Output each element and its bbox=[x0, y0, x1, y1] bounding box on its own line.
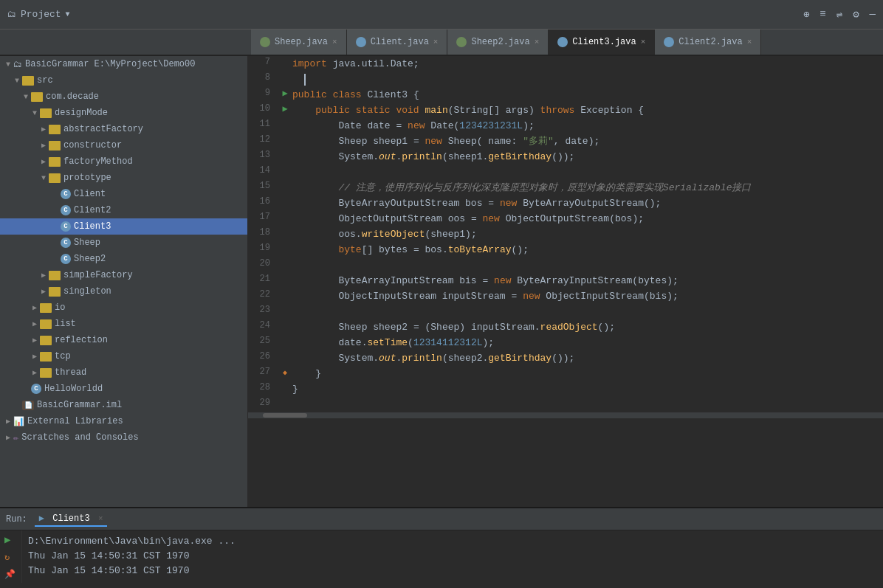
folder-icon-simpleFactory bbox=[49, 271, 61, 280]
folder-icon-prototype bbox=[49, 173, 61, 183]
run-button[interactable]: ▶ bbox=[4, 533, 17, 546]
sidebar-item-Client2[interactable]: C Client2 bbox=[0, 202, 247, 218]
layout-icon[interactable]: ⊕ bbox=[803, 8, 809, 21]
gutter-7 bbox=[278, 56, 292, 72]
tab-close-client3[interactable]: × bbox=[641, 38, 646, 46]
gutter-20 bbox=[278, 257, 292, 273]
tab-client-java[interactable]: Client.java × bbox=[347, 30, 448, 55]
sidebar-label-Sheep: Sheep bbox=[74, 238, 100, 248]
sidebar-item-list[interactable]: ▶ list bbox=[0, 316, 247, 332]
sidebar-label-simpleFactory: simpleFactory bbox=[63, 270, 133, 280]
code-line-20: 20 bbox=[248, 257, 883, 273]
bottom-tab-client3-close[interactable]: × bbox=[98, 514, 103, 523]
code-line-13: 13 System.out.println(sheep1.getBirthday… bbox=[248, 149, 883, 165]
bottom-tab-bar: Run: ▶ Client3 × bbox=[0, 508, 883, 530]
sidebar-item-prototype[interactable]: ▼ prototype bbox=[0, 170, 247, 186]
settings-icon[interactable]: ⚙ bbox=[853, 8, 859, 21]
sidebar-item-Sheep2[interactable]: C Sheep2 bbox=[0, 251, 247, 267]
project-label[interactable]: 🗂 Project ▼ bbox=[7, 9, 70, 20]
code-line-7: 7 import java.util.Date; bbox=[248, 56, 883, 72]
pin-button[interactable]: 📌 bbox=[4, 569, 17, 580]
code-line-19: 19 byte[] bytes = bos.toByteArray(); bbox=[248, 242, 883, 257]
main-layout: ▼ 🗂 BasicGrammar E:\MyProject\Demo00 ▼ s… bbox=[0, 56, 883, 507]
sidebar-item-src[interactable]: ▼ src bbox=[0, 72, 247, 89]
bottom-tab-client3[interactable]: ▶ Client3 × bbox=[35, 511, 108, 527]
sidebar-item-tcp[interactable]: ▶ tcp bbox=[0, 348, 247, 364]
folder-icon-abstractFactory bbox=[49, 125, 61, 134]
tab-sheep2-java[interactable]: Sheep2.java × bbox=[447, 30, 549, 55]
code-content: 7 import java.util.Date; 8 9 ▶ public cl… bbox=[248, 56, 883, 412]
line-content-10: public static void main(String[] args) t… bbox=[292, 103, 883, 118]
sidebar-item-reflection[interactable]: ▶ reflection bbox=[0, 332, 247, 348]
folder-icon-reflection bbox=[40, 336, 52, 345]
tab-label-sheep: Sheep.java bbox=[275, 37, 328, 47]
code-line-11: 11 Date date = new Date(1234231231L); bbox=[248, 118, 883, 134]
sidebar-item-Sheep[interactable]: C Sheep bbox=[0, 235, 247, 251]
tab-close-sheep[interactable]: × bbox=[332, 38, 337, 46]
line-num-16: 16 bbox=[248, 196, 278, 211]
run-label: Run: bbox=[6, 514, 27, 525]
sidebar-item-HelloWorldd[interactable]: C HelloWorldd bbox=[0, 381, 247, 397]
sidebar-item-simpleFactory[interactable]: ▶ simpleFactory bbox=[0, 267, 247, 283]
tab-close-client2[interactable]: × bbox=[747, 38, 752, 46]
minimize-icon[interactable]: — bbox=[870, 8, 876, 21]
sidebar-label-singleton: singleton bbox=[63, 286, 111, 297]
sidebar-item-thread[interactable]: ▶ thread bbox=[0, 364, 247, 381]
line-num-21: 21 bbox=[248, 273, 278, 288]
project-dropdown-icon[interactable]: ▼ bbox=[66, 10, 70, 18]
line-num-24: 24 bbox=[248, 319, 278, 335]
code-line-15: 15 // 注意，使用序列化与反序列化深克隆原型对象时，原型对象的类需要实现Se… bbox=[248, 180, 883, 196]
gutter-17 bbox=[278, 211, 292, 226]
sidebar-item-singleton[interactable]: ▶ singleton bbox=[0, 283, 247, 300]
arrow-factoryMethod: ▶ bbox=[38, 157, 49, 166]
line-num-7: 7 bbox=[248, 56, 278, 72]
arrow-src: ▼ bbox=[12, 77, 22, 85]
sidebar-item-io[interactable]: ▶ io bbox=[0, 300, 247, 316]
bottom-panel: Run: ▶ Client3 × ▶ ↻ 📌 D:\Environment\Ja… bbox=[0, 507, 883, 588]
arrow-simpleFactory: ▶ bbox=[38, 271, 49, 280]
sidebar-label-Client3: Client3 bbox=[74, 221, 111, 232]
sync-icon[interactable]: ⇌ bbox=[836, 8, 842, 21]
sidebar-item-basic-grammar[interactable]: ▼ 🗂 BasicGrammar E:\MyProject\Demo00 bbox=[0, 56, 247, 72]
sidebar-item-designMode[interactable]: ▼ designMode bbox=[0, 105, 247, 121]
folder-icon-tcp bbox=[40, 352, 52, 362]
sidebar-label-designMode: designMode bbox=[55, 108, 108, 118]
line-num-26: 26 bbox=[248, 350, 278, 366]
sidebar-item-BasicGrammar-iml[interactable]: 📄 BasicGrammar.iml bbox=[0, 397, 247, 413]
sidebar-item-external-libraries[interactable]: ▶ 📊 External Libraries bbox=[0, 413, 247, 429]
line-num-9: 9 bbox=[248, 87, 278, 103]
update-button[interactable]: ↻ bbox=[4, 552, 17, 563]
sidebar-item-scratches[interactable]: ▶ ✏ Scratches and Consoles bbox=[0, 429, 247, 446]
gutter-21 bbox=[278, 273, 292, 288]
folder-icon-com-decade bbox=[31, 92, 43, 102]
console-line-1: D:\Environment\Java\bin\java.exe ... bbox=[28, 533, 877, 548]
sidebar-item-Client[interactable]: C Client bbox=[0, 186, 247, 202]
line-num-14: 14 bbox=[248, 165, 278, 180]
line-content-25: date.setTime(12314112312L); bbox=[292, 335, 883, 350]
gutter-26 bbox=[278, 350, 292, 366]
line-content-19: byte[] bytes = bos.toByteArray(); bbox=[292, 242, 883, 257]
sidebar-label-constructor: constructor bbox=[63, 140, 122, 151]
sidebar-item-com-decade[interactable]: ▼ com.decade bbox=[0, 89, 247, 105]
sidebar-item-constructor[interactable]: ▶ constructor bbox=[0, 137, 247, 153]
sidebar-item-factoryMethod[interactable]: ▶ factoryMethod bbox=[0, 153, 247, 170]
tab-close-sheep2[interactable]: × bbox=[535, 38, 540, 46]
sidebar-item-abstractFactory[interactable]: ▶ abstractFactory bbox=[0, 121, 247, 137]
gutter-24 bbox=[278, 319, 292, 335]
run-gutter-10: ▶ bbox=[282, 104, 287, 114]
tab-close-client[interactable]: × bbox=[433, 38, 439, 46]
sidebar-label-HelloWorldd: HelloWorldd bbox=[44, 384, 103, 394]
gutter-13 bbox=[278, 149, 292, 165]
tab-client3-java[interactable]: Client3.java × bbox=[549, 30, 655, 55]
tab-label-client: Client.java bbox=[371, 37, 429, 47]
tab-sheep-java[interactable]: Sheep.java × bbox=[251, 30, 347, 55]
gutter-25 bbox=[278, 335, 292, 350]
sidebar-item-Client3[interactable]: C Client3 bbox=[0, 218, 247, 235]
line-num-29: 29 bbox=[248, 397, 278, 412]
horizontal-scrollbar[interactable] bbox=[248, 412, 883, 418]
code-editor[interactable]: 7 import java.util.Date; 8 9 ▶ public cl… bbox=[248, 56, 883, 507]
sidebar-label-tcp: tcp bbox=[55, 351, 71, 362]
structure-icon[interactable]: ≡ bbox=[820, 8, 825, 21]
sidebar-label-prototype: prototype bbox=[63, 173, 111, 183]
tab-client2-java[interactable]: Client2.java × bbox=[655, 30, 761, 55]
